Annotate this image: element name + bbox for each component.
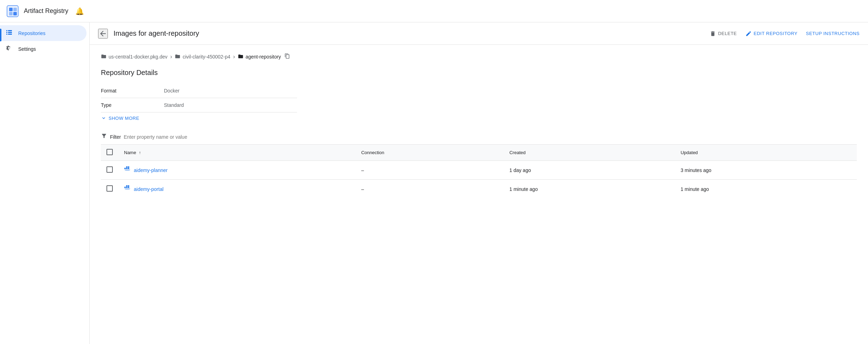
images-table: Name ↑ Connection Created Updated (101, 145, 857, 198)
row1-name: aidemy-planner (134, 167, 168, 173)
breadcrumb-item-project[interactable]: civil-clarity-450002-p4 (175, 54, 230, 60)
sidebar-item-settings[interactable]: Settings (0, 41, 87, 57)
filter-label: Filter (110, 134, 121, 140)
breadcrumb-project-label: civil-clarity-450002-p4 (182, 54, 230, 60)
filter-input[interactable] (124, 134, 857, 140)
details-table: Format Docker Type Standard (101, 84, 297, 112)
connection-column-header: Connection (356, 145, 504, 161)
copy-icon[interactable] (284, 53, 290, 60)
notification-bell-icon[interactable]: 🔔 (75, 7, 84, 15)
show-more-button[interactable]: SHOW MORE (101, 115, 139, 121)
svg-rect-20 (128, 185, 129, 187)
select-all-checkbox[interactable] (106, 149, 113, 155)
svg-rect-8 (8, 32, 12, 33)
detail-row-type: Type Standard (101, 98, 297, 112)
detail-value-type: Standard (164, 98, 297, 112)
delete-button[interactable]: DELETE (710, 30, 737, 37)
main-content: Images for agent-repository DELETE EDIT … (90, 22, 868, 344)
docker-icon-1 (124, 166, 131, 174)
breadcrumb-item-repo: agent-repository (238, 53, 290, 60)
list-icon (6, 29, 13, 37)
svg-rect-1 (9, 8, 13, 11)
breadcrumb-sep-1: › (170, 54, 172, 60)
sidebar-item-settings-label: Settings (18, 46, 36, 52)
detail-value-format: Docker (164, 84, 297, 98)
main-layout: Repositories Settings Images for agent-r… (0, 22, 868, 344)
page-title: Images for agent-repository (113, 29, 704, 37)
svg-rect-4 (13, 12, 17, 15)
detail-key-format: Format (101, 84, 164, 98)
folder-icon-3 (238, 54, 243, 60)
folder-icon-2 (175, 54, 180, 60)
row1-created: 1 day ago (504, 161, 675, 180)
breadcrumb-registry-label: us-central1-docker.pkg.dev (109, 54, 167, 60)
svg-rect-9 (6, 34, 7, 35)
row2-created: 1 minute ago (504, 180, 675, 199)
table-row: aidemy-planner – 1 day ago 3 minutes ago (101, 161, 857, 180)
page-header: Images for agent-repository DELETE EDIT … (90, 22, 868, 45)
detail-row-format: Format Docker (101, 84, 297, 98)
row2-checkbox[interactable] (106, 185, 113, 192)
row2-connection: – (356, 180, 504, 199)
folder-icon-1 (101, 54, 106, 60)
row1-checkbox-cell (101, 161, 118, 180)
row1-name-cell: aidemy-planner (118, 161, 356, 180)
delete-icon (710, 30, 716, 37)
table-header-row: Name ↑ Connection Created Updated (101, 145, 857, 161)
row2-name: aidemy-portal (134, 186, 164, 192)
svg-rect-2 (13, 8, 17, 11)
edit-repository-button[interactable]: EDIT REPOSITORY (745, 30, 798, 37)
detail-key-type: Type (101, 98, 164, 112)
select-all-header (101, 145, 118, 161)
delete-label: DELETE (718, 31, 737, 36)
filter-icon (101, 133, 107, 141)
breadcrumb-sep-2: › (233, 54, 235, 60)
svg-rect-11 (124, 168, 126, 169)
edit-repository-label: EDIT REPOSITORY (754, 31, 798, 36)
created-column-header: Created (504, 145, 675, 161)
top-bar: Artifact Registry 🔔 (0, 0, 868, 22)
filter-bar: Filter (101, 129, 857, 145)
app-title: Artifact Registry (24, 7, 68, 15)
svg-rect-16 (124, 187, 126, 188)
docker-icon-2 (124, 185, 131, 193)
breadcrumb-item-registry[interactable]: us-central1-docker.pkg.dev (101, 54, 167, 60)
updated-column-header: Updated (675, 145, 857, 161)
name-column-header: Name ↑ (118, 145, 356, 161)
row2-name-cell: aidemy-portal (118, 180, 356, 199)
setup-instructions-label: SETUP INSTRUCTIONS (806, 31, 860, 36)
table-row: aidemy-portal – 1 minute ago 1 minute ag… (101, 180, 857, 199)
breadcrumb: us-central1-docker.pkg.dev › civil-clari… (101, 53, 857, 60)
sidebar-item-repositories-label: Repositories (18, 30, 46, 36)
svg-rect-10 (8, 34, 12, 35)
svg-rect-7 (6, 32, 7, 33)
app-logo-area: Artifact Registry (6, 4, 68, 18)
svg-rect-5 (6, 30, 7, 31)
row1-connection: – (356, 161, 504, 180)
section-title: Repository Details (101, 69, 857, 77)
row2-checkbox-cell (101, 180, 118, 199)
show-more-label: SHOW MORE (109, 116, 139, 121)
setup-instructions-button[interactable]: SETUP INSTRUCTIONS (806, 31, 860, 36)
svg-rect-3 (9, 12, 13, 15)
sort-ascending-icon[interactable]: ↑ (139, 150, 141, 155)
sidebar-item-repositories[interactable]: Repositories (0, 25, 87, 41)
breadcrumb-repo-label: agent-repository (246, 54, 281, 60)
chevron-down-icon (101, 115, 106, 121)
row2-name-link[interactable]: aidemy-portal (124, 185, 350, 193)
sidebar: Repositories Settings (0, 22, 90, 344)
header-actions: DELETE EDIT REPOSITORY SETUP INSTRUCTION… (710, 30, 860, 37)
settings-icon (6, 44, 13, 53)
svg-rect-18 (128, 187, 129, 188)
row1-name-link[interactable]: aidemy-planner (124, 166, 350, 174)
svg-rect-14 (126, 166, 128, 168)
back-button[interactable] (98, 29, 108, 39)
svg-rect-6 (8, 30, 12, 31)
row1-checkbox[interactable] (106, 166, 113, 173)
row2-updated: 1 minute ago (675, 180, 857, 199)
svg-rect-19 (126, 185, 128, 187)
row1-updated: 3 minutes ago (675, 161, 857, 180)
app-logo-icon (6, 4, 20, 18)
svg-rect-17 (126, 187, 128, 188)
edit-icon (745, 30, 752, 37)
